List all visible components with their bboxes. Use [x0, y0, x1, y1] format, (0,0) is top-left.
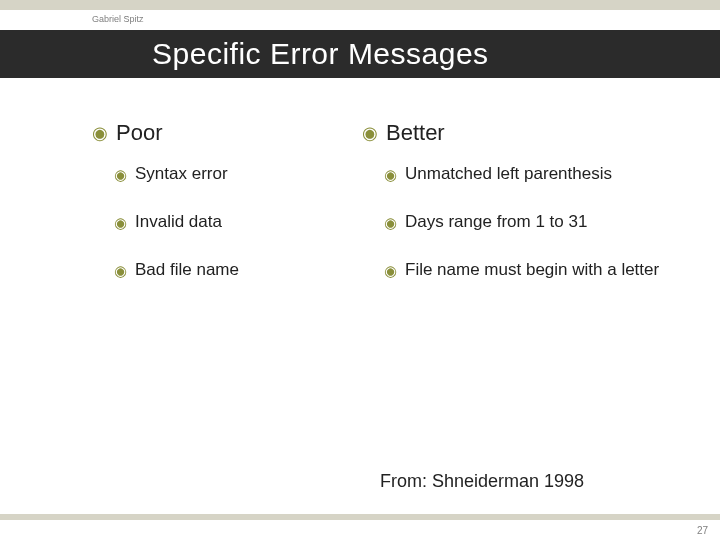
bottom-accent-bar — [0, 514, 720, 520]
bullet-icon: ◉ — [384, 215, 397, 230]
content-area: ◉ Poor ◉ Syntax error ◉ Invalid data ◉ B… — [92, 120, 700, 308]
title-bar: Specific Error Messages — [0, 30, 720, 78]
bullet-icon: ◉ — [384, 263, 397, 278]
heading-better-text: Better — [386, 120, 445, 146]
list-item: ◉ Syntax error — [114, 164, 362, 184]
list-item: ◉ Unmatched left parenthesis — [384, 164, 702, 184]
list-item: ◉ File name must begin with a letter — [384, 260, 702, 280]
list-item: ◉ Bad file name — [114, 260, 362, 280]
poor-item-2: Bad file name — [135, 260, 239, 280]
author-label: Gabriel Spitz — [92, 14, 144, 24]
list-item: ◉ Days range from 1 to 31 — [384, 212, 702, 232]
better-item-0: Unmatched left parenthesis — [405, 164, 612, 184]
citation-text: From: Shneiderman 1998 — [380, 471, 584, 492]
poor-item-0: Syntax error — [135, 164, 228, 184]
bullet-icon: ◉ — [114, 167, 127, 182]
bullet-icon: ◉ — [384, 167, 397, 182]
heading-poor-text: Poor — [116, 120, 162, 146]
poor-item-1: Invalid data — [135, 212, 222, 232]
better-item-2: File name must begin with a letter — [405, 260, 659, 280]
column-poor: ◉ Poor ◉ Syntax error ◉ Invalid data ◉ B… — [92, 120, 362, 308]
list-item: ◉ Invalid data — [114, 212, 362, 232]
top-accent-bar — [0, 0, 720, 10]
bullet-icon: ◉ — [92, 124, 108, 142]
heading-poor: ◉ Poor — [92, 120, 362, 146]
slide-title: Specific Error Messages — [152, 37, 489, 71]
two-column-layout: ◉ Poor ◉ Syntax error ◉ Invalid data ◉ B… — [92, 120, 700, 308]
column-better: ◉ Better ◉ Unmatched left parenthesis ◉ … — [362, 120, 702, 308]
bullet-icon: ◉ — [114, 263, 127, 278]
heading-better: ◉ Better — [362, 120, 702, 146]
better-item-1: Days range from 1 to 31 — [405, 212, 587, 232]
bullet-icon: ◉ — [362, 124, 378, 142]
page-number: 27 — [697, 525, 708, 536]
bullet-icon: ◉ — [114, 215, 127, 230]
